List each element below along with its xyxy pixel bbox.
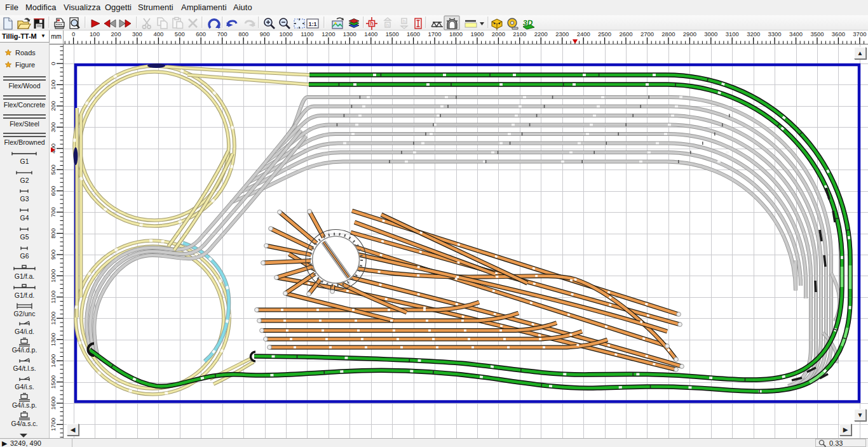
svg-text:2800: 2800	[661, 30, 675, 37]
svg-text:1700: 1700	[428, 30, 442, 37]
svg-text:3600: 3600	[832, 30, 845, 37]
svg-text:0: 0	[72, 30, 75, 37]
svg-text:Flex/Concrete: Flex/Concrete	[4, 101, 46, 109]
svg-text:600: 600	[196, 30, 206, 37]
svg-text:1000: 1000	[279, 30, 292, 37]
svg-text:2900: 2900	[683, 30, 696, 37]
svg-text:G2/unc: G2/unc	[14, 310, 36, 317]
svg-text:1300: 1300	[50, 333, 57, 346]
svg-text:2500: 2500	[598, 30, 611, 37]
svg-text:G2: G2	[20, 177, 29, 184]
svg-text:1100: 1100	[301, 30, 313, 37]
svg-text:Flex/Browned: Flex/Browned	[4, 138, 44, 146]
svg-text:1600: 1600	[50, 396, 57, 410]
svg-text:2000: 2000	[492, 30, 505, 37]
svg-text:3700: 3700	[853, 30, 866, 37]
svg-text:1000: 1000	[50, 269, 57, 283]
svg-text:Figure: Figure	[15, 61, 35, 69]
svg-text:400: 400	[50, 143, 57, 154]
svg-text:400: 400	[153, 30, 163, 37]
svg-text:2700: 2700	[641, 30, 654, 37]
svg-text:1800: 1800	[449, 30, 463, 37]
svg-text:1400: 1400	[50, 354, 57, 368]
svg-text:3200: 3200	[747, 30, 760, 37]
svg-text:G1/f.d.: G1/f.d.	[15, 291, 35, 299]
svg-text:3D: 3D	[522, 18, 534, 27]
svg-text:2400: 2400	[577, 30, 590, 37]
svg-text:1500: 1500	[50, 375, 57, 389]
svg-text:3100: 3100	[726, 30, 739, 37]
svg-text:700: 700	[217, 30, 227, 37]
svg-text:600: 600	[50, 186, 57, 196]
svg-text:1400: 1400	[364, 30, 377, 37]
svg-text:1300: 1300	[343, 30, 356, 37]
svg-text:800: 800	[238, 30, 248, 37]
svg-text:G4/a.s.c.: G4/a.s.c.	[11, 420, 37, 427]
svg-text:2200: 2200	[534, 30, 548, 37]
svg-text:900: 900	[50, 250, 57, 260]
svg-text:2600: 2600	[619, 30, 632, 37]
svg-text:3400: 3400	[789, 30, 803, 37]
svg-text:G1/f.a.: G1/f.a.	[15, 272, 35, 280]
svg-text:800: 800	[50, 229, 57, 239]
svg-text:G4/i.d.: G4/i.d.	[15, 328, 34, 335]
svg-text:300: 300	[132, 30, 142, 37]
svg-text:200: 200	[50, 101, 57, 111]
svg-text:G4/i.d.p.: G4/i.d.p.	[12, 346, 37, 354]
svg-text:200: 200	[111, 30, 121, 37]
svg-text:2100: 2100	[513, 30, 526, 37]
svg-text:2300: 2300	[555, 30, 569, 37]
svg-text:1700: 1700	[50, 418, 57, 431]
svg-text:1500: 1500	[386, 30, 399, 37]
svg-text:h: h	[403, 18, 405, 24]
svg-text:G4/t.l.s.: G4/t.l.s.	[13, 364, 36, 372]
svg-text:1:1: 1:1	[308, 21, 316, 27]
svg-text:G4/i.s.: G4/i.s.	[15, 383, 34, 390]
svg-text:1600: 1600	[407, 30, 420, 37]
svg-text:1100: 1100	[50, 291, 57, 304]
svg-text:G3: G3	[20, 195, 29, 203]
svg-text:G4: G4	[20, 214, 29, 222]
svg-text:100: 100	[90, 30, 100, 37]
svg-text:500: 500	[50, 164, 57, 175]
svg-text:3500: 3500	[810, 30, 824, 37]
svg-text:Flex/Steel: Flex/Steel	[10, 120, 39, 128]
svg-text:300: 300	[50, 122, 57, 132]
svg-text:500: 500	[175, 30, 185, 37]
svg-text:G4/i.s.p.: G4/i.s.p.	[12, 401, 37, 409]
svg-text:0: 0	[50, 62, 57, 65]
svg-text:900: 900	[260, 30, 270, 37]
svg-text:h: h	[370, 20, 373, 27]
svg-text:1900: 1900	[470, 30, 484, 37]
svg-text:h: h	[386, 22, 389, 28]
svg-text:100: 100	[50, 79, 57, 90]
svg-text:1200: 1200	[50, 312, 57, 325]
svg-text:1200: 1200	[322, 30, 335, 37]
svg-text:G5: G5	[20, 233, 29, 241]
svg-text:3000: 3000	[704, 30, 717, 37]
svg-text:Flex/Wood: Flex/Wood	[9, 82, 41, 90]
svg-text:Roads: Roads	[15, 49, 36, 57]
svg-text:G6: G6	[20, 252, 29, 260]
svg-text:3300: 3300	[768, 30, 782, 37]
svg-text:700: 700	[50, 207, 57, 217]
svg-text:G1: G1	[20, 157, 29, 165]
